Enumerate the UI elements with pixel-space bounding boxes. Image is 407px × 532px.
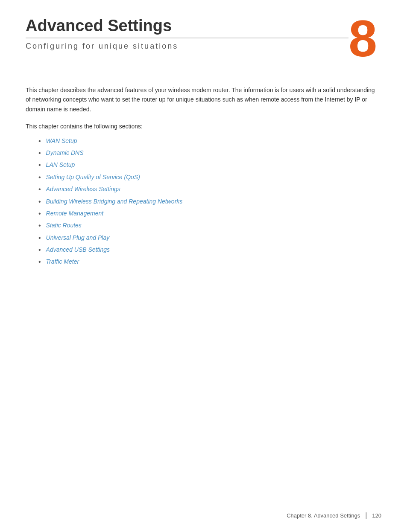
section-link-8[interactable]: Universal Plug and Play — [46, 233, 110, 242]
page-title: Advanced Settings — [26, 17, 348, 35]
section-link-6[interactable]: Remote Management — [46, 209, 104, 218]
list-item: •Traffic Meter — [38, 257, 381, 267]
list-item: •WAN Setup — [38, 137, 381, 146]
bullet-icon: • — [38, 245, 41, 255]
list-item: •Building Wireless Bridging and Repeatin… — [38, 197, 381, 206]
list-item: •Advanced Wireless Settings — [38, 185, 381, 194]
section-list: •WAN Setup•Dynamic DNS•LAN Setup•Setting… — [38, 137, 381, 267]
section-link-3[interactable]: Setting Up Quality of Service (QoS) — [46, 173, 140, 182]
bullet-icon: • — [38, 233, 41, 243]
footer-separator: | — [365, 512, 367, 519]
section-link-2[interactable]: LAN Setup — [46, 160, 75, 169]
bullet-icon: • — [38, 257, 41, 267]
bullet-icon: • — [38, 197, 41, 206]
list-item: •Advanced USB Settings — [38, 245, 381, 255]
list-item: •LAN Setup — [38, 160, 381, 170]
bullet-icon: • — [38, 221, 41, 230]
sections-intro: This chapter contains the following sect… — [26, 122, 381, 131]
title-divider — [26, 38, 348, 38]
footer: Chapter 8. Advanced Settings | 120 — [0, 507, 407, 519]
header-area: Advanced Settings Configuring for unique… — [26, 17, 381, 64]
footer-chapter-label: Chapter 8. Advanced Settings — [287, 512, 360, 519]
list-item: •Static Routes — [38, 221, 381, 230]
section-link-7[interactable]: Static Routes — [46, 221, 82, 230]
bullet-icon: • — [38, 185, 41, 194]
section-link-5[interactable]: Building Wireless Bridging and Repeating… — [46, 197, 183, 206]
bullet-icon: • — [38, 173, 41, 182]
list-item: •Setting Up Quality of Service (QoS) — [38, 173, 381, 182]
section-link-4[interactable]: Advanced Wireless Settings — [46, 185, 120, 194]
footer-page-number: 120 — [372, 512, 381, 519]
subtitle: Configuring for unique situations — [26, 42, 348, 51]
list-item: •Universal Plug and Play — [38, 233, 381, 243]
section-link-0[interactable]: WAN Setup — [46, 137, 77, 145]
chapter-number: 8 — [348, 13, 377, 64]
list-item: •Remote Management — [38, 209, 381, 218]
intro-paragraph1: This chapter describes the advanced feat… — [26, 85, 381, 114]
bullet-icon: • — [38, 160, 41, 170]
bullet-icon: • — [38, 148, 41, 158]
bullet-icon: • — [38, 209, 41, 218]
bullet-icon: • — [38, 137, 41, 146]
section-link-10[interactable]: Traffic Meter — [46, 257, 79, 266]
page-container: Advanced Settings Configuring for unique… — [0, 0, 407, 532]
section-link-9[interactable]: Advanced USB Settings — [46, 245, 110, 254]
section-link-1[interactable]: Dynamic DNS — [46, 148, 84, 157]
list-item: •Dynamic DNS — [38, 148, 381, 158]
title-section: Advanced Settings Configuring for unique… — [26, 17, 348, 51]
